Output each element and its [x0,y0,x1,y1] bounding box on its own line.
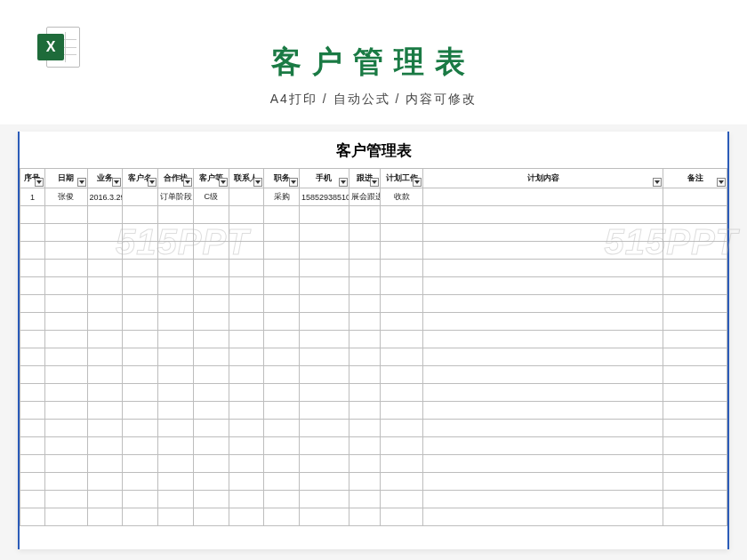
cell-coop[interactable] [158,420,194,437]
cell-coop[interactable] [158,455,194,473]
cell-grade[interactable] [193,366,229,384]
cell-biz[interactable] [87,242,123,260]
cell-phone[interactable] [300,366,349,384]
cell-remark[interactable] [663,348,727,366]
cell-cust[interactable] [123,295,158,313]
cell-date[interactable] [44,455,87,473]
cell-channel[interactable]: 展会跟进 [349,188,381,206]
cell-channel[interactable] [349,402,381,420]
cell-channel[interactable] [349,331,381,348]
cell-remark[interactable] [663,384,727,402]
cell-channel[interactable] [349,455,381,473]
cell-job[interactable] [264,224,300,242]
cell-job[interactable] [264,242,300,260]
cell-coop[interactable] [158,437,194,455]
cell-coop[interactable] [158,206,194,224]
cell-coop[interactable] [158,384,194,402]
cell-job[interactable] [264,366,300,384]
cell-plan[interactable] [381,348,423,366]
cell-cust[interactable] [123,455,158,473]
cell-date[interactable] [44,277,87,295]
cell-plan[interactable] [381,491,423,508]
cell-plan[interactable]: 收款 [381,188,423,206]
column-header-grade[interactable]: 客户等 [193,169,229,188]
cell-date[interactable] [44,260,87,277]
cell-content[interactable] [423,437,663,455]
cell-date[interactable] [44,224,87,242]
cell-content[interactable] [423,188,663,206]
cell-cust[interactable] [123,277,158,295]
cell-biz[interactable]: 2016.3.29 [87,188,123,206]
cell-seq[interactable] [20,277,45,295]
cell-cust[interactable] [123,508,158,526]
cell-grade[interactable] [193,242,229,260]
cell-coop[interactable] [158,295,194,313]
cell-cust[interactable] [123,473,158,491]
cell-seq[interactable] [20,473,45,491]
cell-grade[interactable] [193,402,229,420]
column-header-content[interactable]: 计划内容 [423,169,663,188]
cell-job[interactable] [264,402,300,420]
cell-job[interactable] [264,455,300,473]
cell-contact[interactable] [229,508,264,526]
cell-job[interactable] [264,260,300,277]
cell-contact[interactable] [229,402,264,420]
column-header-contact[interactable]: 联系人 [229,169,264,188]
cell-grade[interactable] [193,420,229,437]
cell-cust[interactable] [123,437,158,455]
cell-phone[interactable] [300,206,349,224]
cell-remark[interactable] [663,206,727,224]
cell-remark[interactable] [663,277,727,295]
column-header-biz[interactable]: 业务 [87,169,123,188]
filter-dropdown-icon[interactable] [183,178,192,187]
cell-channel[interactable] [349,366,381,384]
cell-content[interactable] [423,242,663,260]
cell-date[interactable] [44,508,87,526]
cell-seq[interactable] [20,348,45,366]
cell-coop[interactable] [158,331,194,348]
cell-biz[interactable] [87,402,123,420]
filter-dropdown-icon[interactable] [253,178,262,187]
filter-dropdown-icon[interactable] [289,178,298,187]
cell-cust[interactable] [123,260,158,277]
cell-remark[interactable] [663,313,727,331]
cell-date[interactable] [44,295,87,313]
cell-biz[interactable] [87,277,123,295]
cell-remark[interactable] [663,402,727,420]
cell-job[interactable] [264,420,300,437]
cell-seq[interactable] [20,331,45,348]
cell-cust[interactable] [123,402,158,420]
cell-contact[interactable] [229,295,264,313]
cell-plan[interactable] [381,331,423,348]
cell-grade[interactable] [193,295,229,313]
cell-remark[interactable] [663,508,727,526]
cell-remark[interactable] [663,420,727,437]
cell-date[interactable] [44,491,87,508]
cell-plan[interactable] [381,420,423,437]
cell-cust[interactable] [123,188,158,206]
column-header-channel[interactable]: 跟进 [349,169,381,188]
cell-date[interactable]: 张俊 [44,188,87,206]
cell-cust[interactable] [123,331,158,348]
cell-grade[interactable] [193,508,229,526]
filter-dropdown-icon[interactable] [339,178,348,187]
column-header-cust[interactable]: 客户名 [123,169,158,188]
cell-coop[interactable] [158,508,194,526]
cell-cust[interactable] [123,491,158,508]
cell-job[interactable] [264,508,300,526]
cell-seq[interactable] [20,491,45,508]
cell-content[interactable] [423,420,663,437]
cell-job[interactable] [264,295,300,313]
cell-channel[interactable] [349,384,381,402]
cell-biz[interactable] [87,206,123,224]
cell-grade[interactable] [193,455,229,473]
cell-plan[interactable] [381,437,423,455]
cell-seq[interactable] [20,224,45,242]
cell-plan[interactable] [381,384,423,402]
cell-coop[interactable] [158,491,194,508]
cell-biz[interactable] [87,455,123,473]
cell-job[interactable] [264,348,300,366]
filter-dropdown-icon[interactable] [219,178,228,187]
cell-biz[interactable] [87,313,123,331]
filter-dropdown-icon[interactable] [148,178,157,187]
